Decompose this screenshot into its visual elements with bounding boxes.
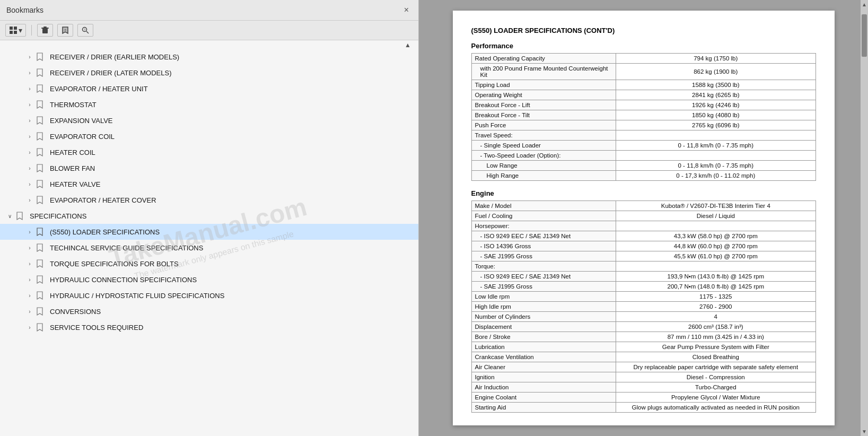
collapse-icon: ∨	[5, 212, 14, 220]
spec-label: - SAE J1995 Gross	[471, 251, 616, 261]
bookmark-label-blower-fan: BLOWER FAN	[50, 164, 413, 172]
svg-text:+: +	[64, 28, 67, 32]
bookmark-item-hydraulic-fluid[interactable]: › HYDRAULIC / HYDROSTATIC FLUID SPECIFIC…	[0, 287, 418, 303]
bookmark-icon	[16, 211, 25, 221]
table-row: Engine Coolant Propylene Glycol / Water …	[471, 393, 816, 403]
table-row: Push Force 2765 kg (6096 lb)	[471, 120, 816, 130]
spec-label: with 200 Pound Frame Mounted Counterweig…	[471, 64, 616, 80]
bookmark-label-service-tools: SERVICE TOOLS REQUIRED	[50, 324, 413, 332]
expand-icon: ›	[25, 259, 34, 268]
table-row: Starting Aid Glow plugs automatically ac…	[471, 403, 816, 413]
bookmark-item-evap-heater-cover[interactable]: › EVAPORATOR / HEATER COVER	[0, 192, 418, 208]
spec-label: Rated Operating Capacity	[471, 54, 616, 64]
grid-icon	[9, 26, 17, 34]
expand-icon: ›	[25, 132, 34, 141]
scrollbar-down-arrow[interactable]: ▼	[860, 427, 868, 436]
bookmark-icon	[36, 68, 46, 77]
add-bookmark-button[interactable]: +	[57, 24, 73, 37]
spec-label: Displacement	[471, 322, 616, 332]
bookmark-icon	[36, 163, 46, 173]
spec-label: Engine Coolant	[471, 393, 616, 403]
spec-label: - ISO 9249 EEC / SAE J1349 Net	[471, 231, 616, 241]
spec-label: Air Cleaner	[471, 362, 616, 372]
bookmark-icon	[36, 291, 46, 300]
bookmark-item-evap-heater-unit[interactable]: › EVAPORATOR / HEATER UNIT	[0, 81, 418, 97]
expand-icon: ›	[25, 323, 34, 332]
spec-label: - ISO 14396 Gross	[471, 241, 616, 251]
search-bookmarks-button[interactable]: ?	[77, 24, 93, 37]
bookmark-add-icon: +	[61, 26, 69, 34]
bookmark-item-specifications[interactable]: ∨ SPECIFICATIONS	[0, 208, 418, 224]
svg-text:?: ?	[84, 28, 86, 31]
expand-icon: ›	[25, 196, 34, 204]
svg-rect-3	[14, 31, 17, 34]
expand-icon: ›	[25, 243, 34, 252]
view-options-button[interactable]: ▾	[5, 24, 26, 37]
table-row: Rated Operating Capacity 794 kg (1750 lb…	[471, 54, 816, 64]
spec-value: Dry replaceable paper cartridge with sep…	[616, 362, 816, 372]
expand-icon: ›	[25, 307, 34, 316]
bookmark-item-evaporator-coil[interactable]: › EVAPORATOR COIL	[0, 128, 418, 144]
close-button[interactable]: ×	[401, 4, 412, 16]
expand-icon: ›	[25, 180, 34, 188]
bookmark-label-specifications: SPECIFICATIONS	[30, 212, 413, 220]
svg-rect-2	[10, 31, 13, 34]
table-row: Air Induction Turbo-Charged	[471, 382, 816, 393]
bookmark-icon	[36, 322, 46, 332]
bookmark-label-s550: (S550) LOADER SPECIFICATIONS	[50, 228, 413, 236]
document-title: (S550) LOADER SPECIFICATIONS (CONT'D)	[471, 27, 816, 34]
search-icon: ?	[81, 26, 90, 34]
document-page: (S550) LOADER SPECIFICATIONS (CONT'D) Pe…	[453, 11, 835, 425]
bookmarks-title: Bookmarks	[6, 6, 43, 14]
table-row: - Single Speed Loader 0 - 11,8 km/h (0 -…	[471, 141, 816, 151]
table-row: Travel Speed:	[471, 130, 816, 141]
bookmarks-toolbar: ▾ + ?	[0, 21, 418, 40]
delete-button[interactable]	[37, 24, 53, 37]
bookmark-item-blower-fan[interactable]: › BLOWER FAN	[0, 160, 418, 176]
spec-label: - Two-Speed Loader (Option):	[471, 151, 616, 161]
bookmark-item-thermostat[interactable]: › THERMOSTAT	[0, 97, 418, 112]
bookmark-icon	[36, 243, 46, 252]
bookmark-label-receiver-later: RECEIVER / DRIER (LATER MODELS)	[50, 69, 413, 77]
spec-value	[616, 221, 816, 231]
spec-label: Low Idle rpm	[471, 292, 616, 302]
spec-value: Diesel / Liquid	[616, 211, 816, 221]
table-row: Tipping Load 1588 kg (3500 lb)	[471, 80, 816, 90]
scrollbar-thumb[interactable]	[862, 14, 867, 57]
table-row: Fuel / Cooling Diesel / Liquid	[471, 211, 816, 221]
spec-value: 862 kg (1900 lb)	[616, 64, 816, 80]
table-row: Air Cleaner Dry replaceable paper cartri…	[471, 362, 816, 372]
bookmark-item-heater-valve[interactable]: › HEATER VALVE	[0, 176, 418, 192]
bookmark-item-service-tools[interactable]: › SERVICE TOOLS REQUIRED	[0, 319, 418, 335]
table-row: High Idle rpm 2760 - 2900	[471, 302, 816, 312]
bookmark-item-conversions[interactable]: › CONVERSIONS	[0, 303, 418, 319]
table-row: Breakout Force - Tilt 1850 kg (4080 lb)	[471, 110, 816, 120]
spec-value: 1588 kg (3500 lb)	[616, 80, 816, 90]
bookmark-item-receiver-later[interactable]: › RECEIVER / DRIER (LATER MODELS)	[0, 65, 418, 81]
bookmark-item-hydraulic-connection[interactable]: › HYDRAULIC CONNECTION SPECIFICATIONS	[0, 272, 418, 287]
spec-label: Air Induction	[471, 382, 616, 393]
bookmark-item-heater-coil[interactable]: › HEATER COIL	[0, 144, 418, 160]
bookmark-item-s550-loader-specs[interactable]: › (S550) LOADER SPECIFICATIONS	[0, 224, 418, 240]
scrollbar-up-arrow[interactable]: ▲	[860, 0, 868, 9]
bookmark-item-expansion-valve[interactable]: › EXPANSION VALVE	[0, 112, 418, 128]
bookmark-item-receiver-earlier[interactable]: › RECEIVER / DRIER (EARLIER MODELS)	[0, 49, 418, 65]
spec-value: Closed Breathing	[616, 352, 816, 362]
expand-icon: ›	[25, 164, 34, 172]
bookmark-item-torque-specs[interactable]: › TORQUE SPECIFICATIONS FOR BOLTS	[0, 256, 418, 272]
bookmark-icon	[36, 84, 46, 93]
table-row: Crankcase Ventilation Closed Breathing	[471, 352, 816, 362]
bookmark-label-thermostat: THERMOSTAT	[50, 101, 413, 109]
bookmark-label-torque-specs: TORQUE SPECIFICATIONS FOR BOLTS	[50, 260, 413, 268]
bookmark-icon	[36, 307, 46, 316]
spec-label: Horsepower:	[471, 221, 616, 231]
table-row: Operating Weight 2841 kg (6265 lb)	[471, 90, 816, 100]
scroll-up-arrow[interactable]: ▲	[405, 41, 411, 49]
spec-value: 0 - 17,3 km/h (0 - 11.02 mph)	[616, 171, 816, 181]
bookmark-item-technical-service[interactable]: › TECHINCAL SERVICE GUIDE SPECIFICATIONS	[0, 240, 418, 256]
bookmark-label-receiver-earlier: RECEIVER / DRIER (EARLIER MODELS)	[50, 53, 413, 61]
bookmark-label-heater-coil: HEATER COIL	[50, 149, 413, 156]
document-panel: ▲ ▼ (S550) LOADER SPECIFICATIONS (CONT'D…	[419, 0, 868, 436]
expand-icon: ›	[25, 228, 34, 236]
svg-line-9	[86, 31, 89, 33]
